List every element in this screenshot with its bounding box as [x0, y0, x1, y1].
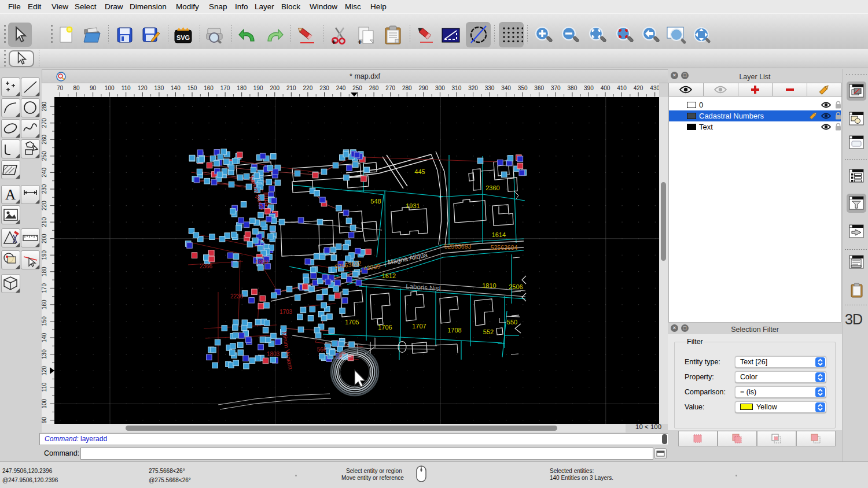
svg-text:210: 210 — [42, 217, 47, 227]
svg-text:140: 140 — [42, 332, 47, 342]
svg-text:270: 270 — [385, 85, 395, 91]
svg-text:+: + — [332, 38, 336, 45]
svg-text:410: 410 — [617, 85, 627, 91]
svg-text:90: 90 — [42, 417, 47, 424]
svg-text:100: 100 — [105, 85, 115, 91]
svg-text:1810: 1810 — [482, 282, 496, 289]
svg-text:280: 280 — [402, 85, 412, 91]
svg-text:350: 350 — [518, 85, 528, 91]
svg-text:170: 170 — [42, 283, 47, 293]
svg-text:120: 120 — [138, 85, 148, 91]
svg-text:140: 140 — [171, 85, 181, 91]
svg-text:+: + — [358, 38, 362, 45]
svg-text:230: 230 — [319, 85, 329, 91]
svg-text:1705: 1705 — [345, 319, 359, 326]
svg-text:260: 260 — [369, 85, 379, 91]
svg-text:2506: 2506 — [509, 283, 523, 290]
svg-text:2360: 2360 — [486, 184, 499, 191]
svg-text:Magna Aliqua: Magna Aliqua — [387, 251, 428, 265]
svg-text:552: 552 — [483, 328, 494, 335]
svg-text:280: 280 — [42, 101, 47, 111]
svg-text:190: 190 — [42, 250, 47, 260]
svg-text:1614: 1614 — [492, 231, 506, 238]
svg-text:420: 420 — [634, 85, 643, 91]
svg-text:110: 110 — [42, 382, 47, 391]
svg-text:250: 250 — [42, 151, 47, 161]
svg-text:360: 360 — [534, 85, 544, 91]
svg-text:180: 180 — [237, 85, 247, 91]
svg-text:2230: 2230 — [230, 293, 244, 300]
svg-text:430: 430 — [650, 85, 659, 91]
svg-text:566: 566 — [317, 346, 327, 353]
svg-text:548: 548 — [370, 198, 381, 205]
svg-text:270: 270 — [42, 118, 47, 128]
svg-text:200: 200 — [42, 234, 47, 243]
svg-text:160: 160 — [204, 85, 214, 91]
svg-text:43905: 43905 — [363, 263, 381, 272]
svg-text:390: 390 — [584, 85, 594, 91]
svg-text:290: 290 — [418, 85, 428, 91]
svg-text:250: 250 — [352, 85, 362, 91]
svg-text:100: 100 — [42, 399, 47, 409]
svg-text:90: 90 — [90, 85, 97, 91]
svg-text:130: 130 — [42, 349, 47, 359]
svg-text:1803: 1803 — [267, 351, 280, 357]
svg-text:160: 160 — [42, 300, 47, 309]
svg-text:320: 320 — [468, 85, 478, 91]
svg-text:445: 445 — [414, 168, 425, 175]
svg-text:52563693: 52563693 — [444, 243, 472, 250]
svg-text:130: 130 — [155, 85, 164, 91]
svg-text:190: 190 — [253, 85, 263, 91]
svg-text:SVG: SVG — [176, 34, 190, 41]
svg-text:200: 200 — [270, 85, 279, 91]
svg-text:180: 180 — [42, 267, 47, 276]
svg-text:220: 220 — [42, 201, 47, 210]
svg-text:150: 150 — [42, 316, 47, 326]
svg-text:1708: 1708 — [447, 327, 461, 334]
svg-text:2366: 2366 — [200, 263, 213, 269]
svg-text:1703: 1703 — [279, 309, 293, 315]
svg-text:400: 400 — [601, 85, 610, 91]
svg-text:210: 210 — [286, 85, 296, 91]
svg-text:1706: 1706 — [378, 324, 392, 331]
svg-text:550: 550 — [507, 319, 517, 326]
svg-text:150: 150 — [187, 85, 197, 91]
svg-text:330: 330 — [485, 85, 495, 91]
svg-text:220: 220 — [303, 85, 313, 91]
svg-text:240: 240 — [336, 85, 346, 91]
svg-text:340: 340 — [501, 85, 511, 91]
svg-text:A: A — [5, 187, 16, 202]
svg-text:370: 370 — [551, 85, 561, 91]
svg-text:1612: 1612 — [382, 272, 396, 279]
svg-text:260: 260 — [42, 135, 47, 145]
svg-text:80: 80 — [73, 85, 80, 91]
svg-text:170: 170 — [220, 85, 230, 91]
svg-text:230: 230 — [42, 184, 47, 194]
svg-text:300: 300 — [435, 85, 445, 91]
svg-text:310: 310 — [452, 85, 462, 91]
svg-text:70: 70 — [57, 85, 64, 91]
svg-text:120: 120 — [42, 365, 47, 375]
svg-text:1707: 1707 — [412, 323, 426, 330]
svg-text:Minim Veniam: Minim Veniam — [281, 331, 294, 370]
svg-text:1931: 1931 — [406, 202, 420, 209]
svg-text:240: 240 — [42, 168, 47, 178]
svg-text:1809: 1809 — [255, 259, 269, 265]
svg-text:52563694: 52563694 — [491, 244, 518, 251]
svg-text:380: 380 — [568, 85, 578, 91]
svg-text:110: 110 — [122, 85, 131, 91]
